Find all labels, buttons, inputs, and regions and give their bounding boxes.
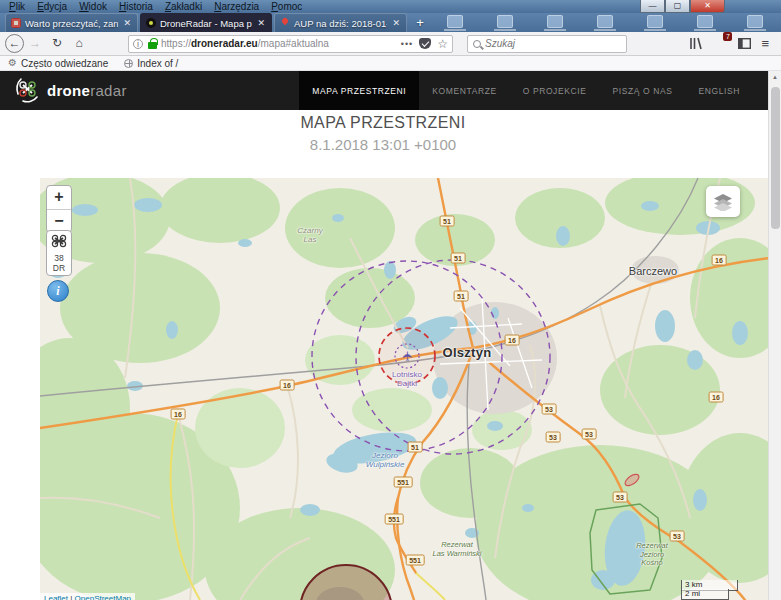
drone-logo-icon xyxy=(14,77,41,104)
page-scrollbar[interactable]: ▲ xyxy=(768,71,781,600)
road-shield-51: 51 xyxy=(454,291,469,302)
hamburger-menu-icon[interactable]: ≡ xyxy=(761,36,769,51)
menu-narzedzia[interactable]: Narzędzia xyxy=(209,0,264,13)
tab-close-icon[interactable]: ✕ xyxy=(122,18,132,28)
desktop-icon xyxy=(447,15,463,28)
road-shield-551: 551 xyxy=(406,555,425,566)
menu-zakladki[interactable]: Zakładki xyxy=(160,0,207,13)
window-controls: — ▢ ✕ xyxy=(640,0,725,13)
tab-close-icon[interactable]: ✕ xyxy=(391,18,401,28)
nav-komentarze[interactable]: KOMENTARZE xyxy=(419,71,509,110)
tab-favicon xyxy=(11,18,21,28)
zoom-out-button[interactable]: − xyxy=(47,209,71,232)
desktop-icon xyxy=(647,15,663,28)
menu-edycja[interactable]: Edycja xyxy=(32,0,72,13)
sidebar-toggle-icon[interactable] xyxy=(738,38,751,49)
pocket-icon[interactable] xyxy=(419,38,431,49)
globe-icon xyxy=(124,59,133,68)
menu-pomoc[interactable]: Pomoc xyxy=(266,0,307,13)
tab-warto-przeczytac[interactable]: Warto przeczytać, zanim zaczni ✕ xyxy=(5,13,138,32)
desktop-icon xyxy=(747,15,763,28)
nav-o-projekcie[interactable]: O PROJEKCIE xyxy=(510,71,600,110)
forward-button[interactable]: → xyxy=(24,33,46,55)
url-scheme: https:// xyxy=(161,38,191,49)
extension-icon[interactable]: 7 xyxy=(713,36,728,51)
menu-plik[interactable]: Plik xyxy=(4,0,30,13)
bookmarks-bar: ⚙ Często odwiedzane Index of / xyxy=(0,56,781,71)
zoom-control: + − xyxy=(46,185,72,233)
layers-control[interactable] xyxy=(706,186,740,217)
desktop-icon xyxy=(597,15,613,28)
url-text: https://droneradar.eu/mapa#aktualna xyxy=(161,38,401,49)
tab-title: DroneRadar - Mapa przestrzeni xyxy=(160,18,252,29)
desktop-icon-label xyxy=(744,29,766,31)
nav-pisza-o-nas[interactable]: PISZĄ O NAS xyxy=(599,71,685,110)
droneradar-logo[interactable]: droneradar xyxy=(14,77,127,104)
nav-mapa-przestrzeni[interactable]: MAPA PRZESTRZENI xyxy=(299,71,419,110)
info-button[interactable]: i xyxy=(47,280,69,302)
desktop-icon-label xyxy=(694,29,716,31)
search-icon xyxy=(473,40,481,48)
osm-link[interactable]: OpenStreetMap xyxy=(75,594,131,600)
url-path: /mapa#aktualna xyxy=(258,38,329,49)
url-bar[interactable]: i https://droneradar.eu/mapa#aktualna ••… xyxy=(128,35,453,53)
desktop-icon xyxy=(697,15,713,28)
minimize-button[interactable]: — xyxy=(640,0,665,13)
logo-light: radar xyxy=(90,82,127,99)
road-shield-51: 51 xyxy=(451,253,466,264)
bookmark-label: Często odwiedzane xyxy=(21,58,108,69)
menu-widok[interactable]: Widok xyxy=(74,0,112,13)
zoom-in-button[interactable]: + xyxy=(47,186,71,209)
desktop-icon-label xyxy=(644,29,666,31)
logo-bold: drone xyxy=(47,82,90,99)
menu-historia[interactable]: Historia xyxy=(114,0,158,13)
logo-text: droneradar xyxy=(47,82,127,99)
padlock-icon[interactable] xyxy=(148,38,157,49)
back-button[interactable]: ← xyxy=(5,34,24,53)
desktop-icon-label xyxy=(494,29,516,31)
airspace-map[interactable]: ✈ Czarny Las Olsztyn Barczewo Jezioro Wu… xyxy=(40,178,770,600)
map-pin-icon xyxy=(280,18,290,28)
close-window-button[interactable]: ✕ xyxy=(690,0,725,13)
navigation-toolbar: ← → ↻ ⌂ i https://droneradar.eu/mapa#akt… xyxy=(0,32,781,56)
scrollbar-thumb[interactable] xyxy=(771,87,780,229)
road-shield-16: 16 xyxy=(709,392,724,403)
url-host: droneradar.eu xyxy=(191,38,258,49)
scrollbar-up-arrow[interactable]: ▲ xyxy=(769,74,781,80)
road-shield-53: 53 xyxy=(670,531,685,542)
bookmark-label: Index of / xyxy=(137,58,178,69)
site-header: droneradar MAPA PRZESTRZENI KOMENTARZE O… xyxy=(0,71,781,110)
bookmark-star-icon[interactable]: ☆ xyxy=(437,37,448,51)
desktop-icon-label xyxy=(594,29,616,31)
map-attribution: Leaflet | OpenStreetMap xyxy=(40,593,135,600)
drone-counter-control[interactable]: 38 DR xyxy=(46,230,72,276)
gear-icon: ⚙ xyxy=(8,58,17,68)
tab-bar: Warto przeczytać, zanim zaczni ✕ DroneRa… xyxy=(0,13,781,32)
leaflet-link[interactable]: Leaflet xyxy=(44,594,68,600)
page-title: MAPA PRZESTRZENI xyxy=(0,114,766,132)
road-shield-16: 16 xyxy=(280,380,295,391)
tab-title: Warto przeczytać, zanim zaczni xyxy=(25,18,118,29)
desktop-icon xyxy=(547,15,563,28)
home-button[interactable]: ⌂ xyxy=(68,33,90,55)
scale-mi: 2 mi xyxy=(681,589,729,600)
bookmark-czesto-odwiedzane[interactable]: ⚙ Często odwiedzane xyxy=(8,58,108,69)
tab-aup[interactable]: AUP na dziś: 2018-01-08 ✕ xyxy=(274,13,407,32)
page-actions-icon[interactable]: ••• xyxy=(401,39,413,49)
search-box[interactable] xyxy=(467,35,627,53)
tab-droneradar[interactable]: DroneRadar - Mapa przestrzeni ✕ xyxy=(140,13,272,32)
new-tab-button[interactable]: + xyxy=(412,15,428,31)
desktop-icon-label xyxy=(544,29,566,31)
reload-button[interactable]: ↻ xyxy=(46,33,68,55)
maximize-button[interactable]: ▢ xyxy=(665,0,690,13)
road-shield-53: 53 xyxy=(613,492,628,503)
scale-control: 3 km 2 mi xyxy=(681,580,738,600)
site-info-icon[interactable]: i xyxy=(133,39,143,49)
layers-icon xyxy=(713,193,733,211)
search-input[interactable] xyxy=(485,38,621,49)
bookmark-index-of[interactable]: Index of / xyxy=(124,58,178,69)
nav-english[interactable]: ENGLISH xyxy=(685,71,753,110)
site-nav: MAPA PRZESTRZENI KOMENTARZE O PROJEKCIE … xyxy=(299,71,753,110)
tab-close-icon[interactable]: ✕ xyxy=(256,18,266,28)
library-icon[interactable] xyxy=(689,37,703,50)
